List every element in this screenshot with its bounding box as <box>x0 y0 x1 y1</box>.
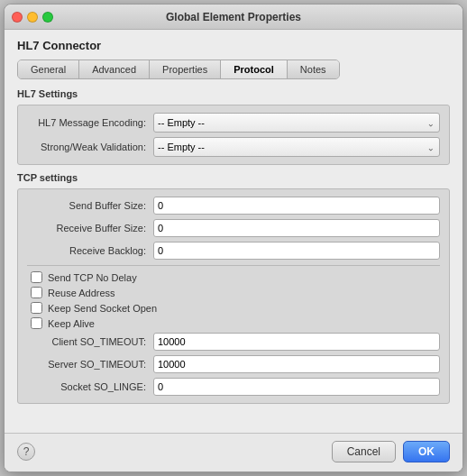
divider <box>27 265 440 266</box>
validation-select-wrapper: -- Empty -- <box>153 137 440 157</box>
encoding-select-wrapper: -- Empty -- <box>153 113 440 133</box>
keep-alive-checkbox[interactable] <box>31 317 42 329</box>
receive-backlog-row: Receive Backlog: <box>27 242 440 260</box>
encoding-select[interactable]: -- Empty -- <box>153 113 440 133</box>
send-buffer-input[interactable] <box>153 197 440 215</box>
send-buffer-label: Send Buffer Size: <box>27 200 153 211</box>
server-timeout-row: Server SO_TIMEOUT: <box>27 355 440 373</box>
send-buffer-row: Send Buffer Size: <box>27 197 440 215</box>
receive-backlog-label: Receive Backlog: <box>27 245 153 256</box>
no-delay-row: Send TCP No Delay <box>27 271 440 283</box>
encoding-row: HL7 Message Encoding: -- Empty -- <box>27 113 440 133</box>
tcp-settings-box: Send Buffer Size: Receive Buffer Size: R… <box>17 188 450 404</box>
client-timeout-label: Client SO_TIMEOUT: <box>27 336 153 347</box>
socket-linge-row: Socket SO_LINGE: <box>27 378 440 396</box>
titlebar: Global Element Properties <box>5 5 462 30</box>
footer: ? Cancel OK <box>5 433 462 471</box>
hl7-settings-box: HL7 Message Encoding: -- Empty -- Strong… <box>17 105 450 165</box>
hl7-settings-title: HL7 Settings <box>17 88 450 99</box>
reuse-addr-row: Reuse Address <box>27 287 440 298</box>
window-title: Global Element Properties <box>166 11 301 23</box>
receive-buffer-row: Receive Buffer Size: <box>27 219 440 237</box>
help-button[interactable]: ? <box>17 443 35 461</box>
keep-send-row: Keep Send Socket Open <box>27 302 440 314</box>
socket-linge-input[interactable] <box>153 378 440 396</box>
tab-properties[interactable]: Properties <box>150 60 221 78</box>
receive-buffer-input[interactable] <box>153 219 440 237</box>
cancel-button[interactable]: Cancel <box>332 441 396 462</box>
keep-send-label: Keep Send Socket Open <box>48 303 157 314</box>
receive-buffer-label: Receive Buffer Size: <box>27 223 153 233</box>
keep-send-checkbox[interactable] <box>31 302 42 314</box>
no-delay-checkbox[interactable] <box>31 271 42 283</box>
tab-advanced[interactable]: Advanced <box>79 60 150 78</box>
traffic-lights <box>12 12 53 23</box>
tcp-settings-title: TCP settings <box>17 172 450 183</box>
validation-select[interactable]: -- Empty -- <box>153 137 440 157</box>
tab-bar: General Advanced Properties Protocol Not… <box>17 60 340 79</box>
encoding-label: HL7 Message Encoding: <box>27 117 153 128</box>
keep-alive-row: Keep Alive <box>27 317 440 329</box>
close-button[interactable] <box>12 12 23 23</box>
hl7-settings-section: HL7 Settings HL7 Message Encoding: -- Em… <box>17 88 450 165</box>
reuse-addr-label: Reuse Address <box>48 288 115 298</box>
ok-button[interactable]: OK <box>403 441 450 462</box>
tab-general[interactable]: General <box>18 60 79 78</box>
receive-backlog-input[interactable] <box>153 242 440 260</box>
tcp-settings-section: TCP settings Send Buffer Size: Receive B… <box>17 172 450 404</box>
maximize-button[interactable] <box>42 12 53 23</box>
content-area: HL7 Connector General Advanced Propertie… <box>5 30 462 433</box>
client-timeout-row: Client SO_TIMEOUT: <box>27 333 440 351</box>
keep-alive-label: Keep Alive <box>48 318 95 329</box>
main-window: Global Element Properties HL7 Connector … <box>4 4 463 472</box>
footer-buttons: Cancel OK <box>332 441 450 462</box>
server-timeout-input[interactable] <box>153 355 440 373</box>
minimize-button[interactable] <box>27 12 38 23</box>
client-timeout-input[interactable] <box>153 333 440 351</box>
reuse-addr-checkbox[interactable] <box>31 287 42 298</box>
no-delay-label: Send TCP No Delay <box>48 272 137 283</box>
validation-row: Strong/Weak Validation: -- Empty -- <box>27 137 440 157</box>
tab-protocol[interactable]: Protocol <box>221 60 288 78</box>
socket-linge-label: Socket SO_LINGE: <box>27 381 153 392</box>
connector-title: HL7 Connector <box>17 39 450 52</box>
tab-notes[interactable]: Notes <box>288 60 339 78</box>
validation-label: Strong/Weak Validation: <box>27 142 153 152</box>
server-timeout-label: Server SO_TIMEOUT: <box>27 359 153 370</box>
